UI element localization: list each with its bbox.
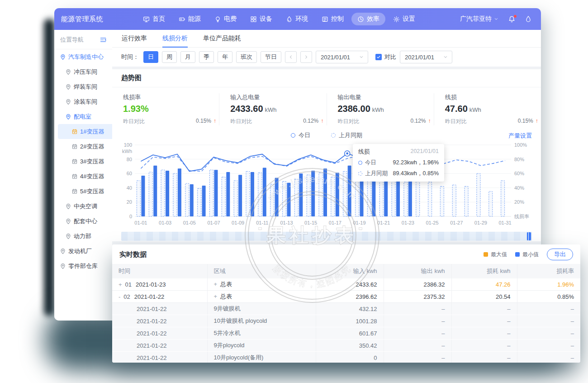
sidebar-item-painting-shop[interactable]: 涂装车间 — [54, 94, 112, 109]
sidebar-item-power-dept[interactable]: 动力部 — [54, 229, 112, 244]
tooltip-marker-icon — [358, 161, 362, 165]
sidebar-item-central-ac[interactable]: 中央空调 — [54, 199, 112, 214]
gear-icon — [393, 16, 400, 23]
svg-text:60%: 60% — [514, 171, 524, 176]
period-button-shift[interactable]: 班次 — [236, 51, 257, 63]
sidebar-item-label: 4#变压器 — [80, 172, 104, 181]
tab-operation-efficiency[interactable]: 运行效率 — [122, 30, 147, 47]
trend-card: 趋势图 线损率1.93%昨日对比0.15%↑输入总电量2433.60kWh昨日对… — [112, 69, 541, 241]
location-pin-icon — [60, 263, 66, 269]
next-date-button[interactable] — [300, 51, 312, 63]
svg-text:01-07: 01-07 — [207, 220, 220, 225]
nav-item-device[interactable]: 设备 — [244, 13, 278, 25]
svg-text:01-09: 01-09 — [232, 220, 244, 225]
sidebar-item-engine-plant[interactable]: 发动机厂 — [54, 244, 112, 259]
nav-item-home[interactable]: 首页 — [137, 13, 171, 25]
period-button-quarter[interactable]: 季 — [199, 51, 214, 63]
nav-item-label: 环境 — [295, 15, 308, 23]
bulb-icon — [214, 16, 221, 23]
period-button-year[interactable]: 年 — [218, 51, 232, 63]
svg-text:01-27: 01-27 — [450, 220, 463, 225]
timeline-brush[interactable] — [121, 232, 532, 241]
legend-item-last-month[interactable]: 上月同期 — [331, 131, 362, 139]
svg-text:01-19: 01-19 — [353, 220, 365, 225]
company-selector[interactable]: 广汽菲亚特 — [460, 15, 499, 23]
sidebar-item-stamping-shop[interactable]: 冲压车间 — [54, 64, 112, 79]
column-header: 损耗率 — [517, 264, 580, 278]
chevron-right-icon — [303, 54, 309, 60]
svg-text:100: 100 — [124, 142, 132, 148]
sidebar-item-label: 动力部 — [74, 232, 91, 240]
legend-item-today[interactable]: 今日 — [291, 131, 310, 139]
location-pin-icon — [65, 99, 71, 105]
collapse-sidebar-icon[interactable] — [100, 36, 107, 43]
export-button[interactable]: 导出 — [547, 249, 573, 260]
sidebar-item-transformer-5[interactable]: 5#变压器 — [54, 184, 112, 199]
env-icon — [286, 16, 293, 23]
sidebar-item-transformer-4[interactable]: 4#变压器 — [54, 169, 112, 184]
compare-date-value: 2021/01/01 — [405, 54, 434, 61]
timeline-handle[interactable] — [527, 232, 531, 240]
sidebar-item-auto-center[interactable]: 汽车制造中心 — [54, 49, 112, 64]
sidebar-item-parts-warehouse[interactable]: 零件部仓库 — [54, 259, 112, 273]
water-drop-icon[interactable] — [525, 15, 532, 23]
nav-item-environment[interactable]: 环境 — [280, 13, 314, 25]
nav-item-energy[interactable]: 能源 — [173, 13, 207, 25]
company-name: 广汽菲亚特 — [460, 15, 492, 23]
sidebar-item-transformer-1[interactable]: 1#变压器 — [58, 124, 112, 139]
chart-legend: 今日上月同期 — [291, 131, 362, 139]
date-select[interactable]: 2021/01/01 — [316, 51, 368, 63]
period-button-day[interactable]: 日 — [143, 51, 158, 63]
prev-date-button[interactable] — [285, 51, 297, 63]
top-nav: 能源管理系统 首页能源电费设备环境控制效率设置 广汽菲亚特 — [54, 8, 541, 30]
up-arrow-icon: ↑ — [321, 118, 323, 125]
period-button-holiday[interactable]: 节日 — [261, 51, 281, 63]
sidebar-item-transformer-3[interactable]: 3#变压器 — [54, 154, 112, 169]
table-row: -022021-01-22+总表2396.622375.3220.540.85% — [112, 291, 580, 303]
stat-card-3: 线损47.60kWh昨日对比0.15%↑ — [434, 93, 541, 125]
location-pin-icon — [60, 248, 66, 254]
compare-checkbox[interactable]: 对比 — [375, 53, 396, 61]
sidebar-item-label: 2#变压器 — [80, 143, 104, 151]
period-button-week[interactable]: 周 — [162, 51, 177, 63]
location-pin-icon — [65, 203, 71, 210]
legend-min: 最小值 — [515, 251, 539, 259]
svg-text:80: 80 — [127, 157, 132, 162]
location-pin-icon — [65, 69, 71, 75]
stat-label: 线损 — [445, 93, 541, 101]
expand-toggle[interactable]: + — [214, 281, 218, 287]
svg-text:0: 0 — [129, 214, 132, 219]
nav-item-efficiency[interactable]: 效率 — [351, 13, 385, 25]
nav-item-electricity-fee[interactable]: 电费 — [209, 13, 242, 25]
compare-date-select[interactable]: 2021/01/01 — [400, 51, 452, 63]
expand-toggle[interactable]: - — [119, 293, 120, 300]
svg-text:20%: 20% — [514, 199, 524, 205]
toolbar: 运行效率线损分析单位产品能耗 时间： 日周月季年班次节日 2021/01/01 … — [112, 30, 541, 67]
svg-text:60: 60 — [127, 171, 132, 176]
sidebar-item-welding-shop[interactable]: 焊装车间 — [54, 79, 112, 94]
sidebar-item-support-center[interactable]: 配套中心 — [54, 214, 112, 229]
svg-text:01-31: 01-31 — [499, 220, 512, 225]
sidebar-item-transformer-2[interactable]: 2#变压器 — [54, 139, 112, 154]
svg-text:01-29: 01-29 — [474, 220, 487, 225]
location-pin-icon — [65, 233, 71, 239]
svg-text:01-03: 01-03 — [159, 220, 171, 225]
tab-line-loss-analysis[interactable]: 线损分析 — [162, 30, 188, 47]
nav-item-control[interactable]: 控制 — [316, 13, 350, 25]
stat-value: 2386.00kWh — [338, 104, 434, 114]
battery-icon — [179, 16, 185, 23]
tab-unit-product-energy[interactable]: 单位产品能耗 — [203, 30, 241, 47]
stat-value: 2433.60kWh — [230, 104, 326, 114]
nav-item-settings[interactable]: 设置 — [387, 13, 421, 25]
svg-text:40%: 40% — [514, 185, 524, 191]
expand-toggle[interactable]: + — [214, 293, 218, 300]
notification-bell-icon[interactable] — [508, 15, 516, 23]
production-settings-link[interactable]: 产量设置 — [508, 132, 532, 140]
stat-value: 47.60kWh — [445, 104, 541, 114]
period-button-month[interactable]: 月 — [180, 51, 195, 63]
sidebar-item-power-room[interactable]: 配电室 — [54, 109, 112, 124]
expand-toggle[interactable]: + — [119, 281, 122, 288]
nav-item-label: 电费 — [224, 15, 237, 23]
trend-card-title: 趋势图 — [112, 69, 541, 87]
svg-text:01-17: 01-17 — [329, 220, 341, 225]
